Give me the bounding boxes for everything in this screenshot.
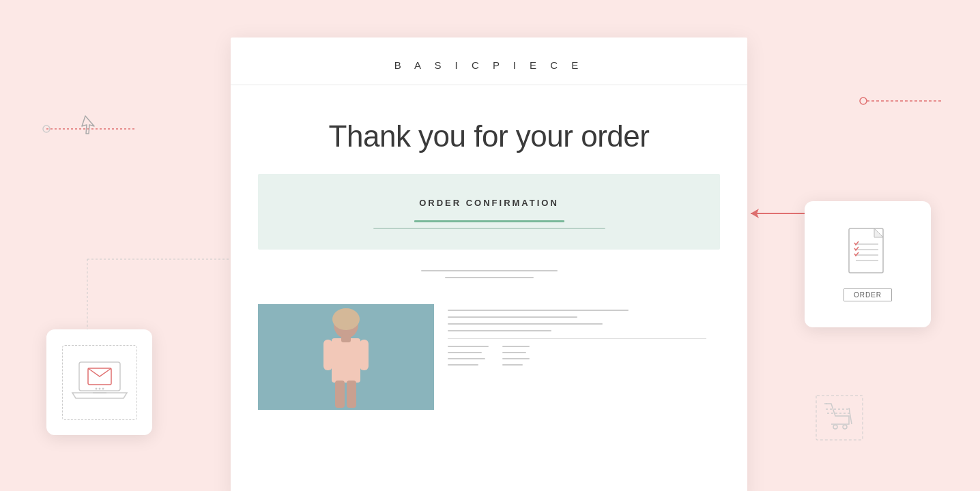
svg-point-3 bbox=[43, 125, 50, 132]
thank-you-title: Thank you for your order bbox=[272, 119, 706, 153]
thank-you-section: Thank you for your order bbox=[231, 85, 747, 174]
product-details bbox=[434, 304, 720, 410]
order-confirmation-banner: ORDER CONFIRMATION bbox=[258, 174, 720, 250]
brand-name: B A S I C P I E C E bbox=[272, 59, 706, 71]
order-line-accent bbox=[414, 220, 564, 222]
svg-point-30 bbox=[102, 387, 104, 389]
price-col-1 bbox=[448, 346, 489, 366]
order-doc-card: ORDER bbox=[805, 201, 931, 327]
price-line-3 bbox=[448, 358, 485, 359]
detail-line-1 bbox=[448, 310, 629, 311]
svg-point-7 bbox=[833, 425, 837, 429]
detail-line-3 bbox=[448, 323, 603, 325]
product-section bbox=[258, 304, 720, 410]
svg-rect-16 bbox=[323, 340, 332, 370]
price-line-7 bbox=[502, 358, 530, 359]
svg-point-8 bbox=[843, 425, 847, 429]
svg-point-14 bbox=[332, 308, 360, 330]
order-confirmation-label: ORDER CONFIRMATION bbox=[285, 198, 693, 208]
order-doc-button[interactable]: ORDER bbox=[844, 288, 892, 301]
price-line-5 bbox=[502, 346, 530, 347]
svg-rect-18 bbox=[335, 381, 345, 408]
price-line-8 bbox=[502, 364, 523, 366]
content-lines bbox=[231, 250, 747, 297]
svg-rect-20 bbox=[341, 334, 351, 342]
price-lines bbox=[448, 346, 706, 366]
order-line-secondary bbox=[373, 228, 605, 229]
svg-rect-17 bbox=[360, 340, 369, 370]
email-card: B A S I C P I E C E Thank you for your o… bbox=[231, 38, 747, 491]
price-line-1 bbox=[448, 346, 489, 347]
price-col-2 bbox=[502, 346, 530, 366]
price-line-2 bbox=[448, 352, 482, 353]
price-line-4 bbox=[448, 364, 478, 366]
details-separator bbox=[448, 338, 706, 339]
detail-line-2 bbox=[448, 316, 577, 318]
order-document-icon bbox=[846, 227, 890, 282]
price-line-6 bbox=[502, 352, 526, 353]
svg-rect-15 bbox=[332, 338, 360, 383]
svg-rect-11 bbox=[816, 396, 863, 440]
email-widget-inner bbox=[62, 345, 137, 420]
email-widget-card bbox=[46, 329, 152, 435]
email-header: B A S I C P I E C E bbox=[231, 38, 747, 85]
svg-point-29 bbox=[98, 387, 100, 389]
content-line-2 bbox=[445, 277, 534, 278]
product-image bbox=[258, 304, 434, 410]
svg-point-28 bbox=[95, 387, 97, 389]
svg-rect-19 bbox=[347, 381, 356, 408]
content-line-1 bbox=[421, 270, 558, 271]
svg-point-1 bbox=[860, 98, 867, 104]
email-laptop-icon bbox=[69, 359, 130, 406]
detail-line-4 bbox=[448, 330, 551, 331]
